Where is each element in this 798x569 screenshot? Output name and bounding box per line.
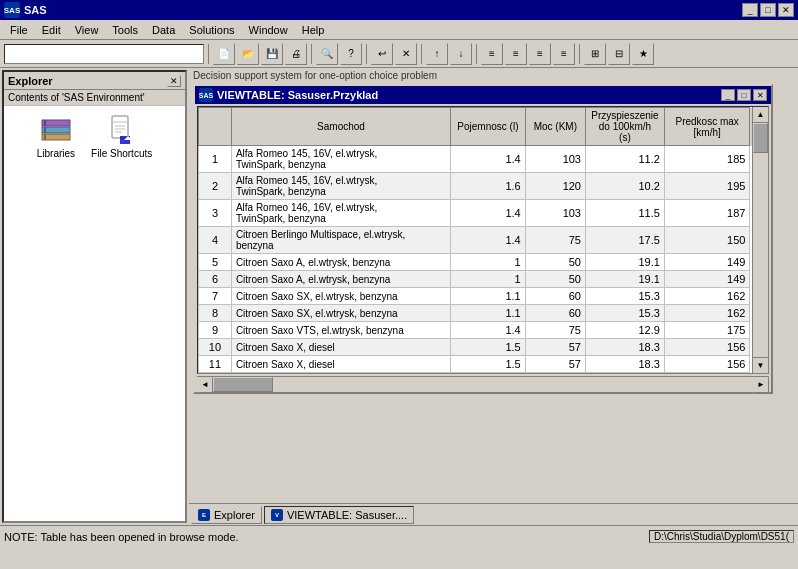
viewtable-minimize-btn[interactable]: _	[721, 89, 735, 101]
cell-pojemnosc: 1	[451, 254, 526, 271]
tb-btn-e[interactable]: ⊞	[584, 43, 606, 65]
cell-pojemnosc: 1.6	[451, 173, 526, 200]
cell-predkosc: 185	[664, 146, 750, 173]
explorer-content: Libraries	[4, 106, 185, 521]
svg-rect-5	[44, 120, 46, 126]
viewtable-window: SAS VIEWTABLE: Sasuser.Przyklad _ □ ✕	[193, 84, 773, 394]
scroll-right-btn[interactable]: ►	[753, 377, 769, 393]
explorer-item-shortcuts[interactable]: File Shortcuts	[91, 114, 152, 159]
cell-predkosc: 162	[664, 288, 750, 305]
tb-btn-b[interactable]: ≡	[505, 43, 527, 65]
toolbar-separator-5	[476, 44, 477, 64]
cell-rownum: 4	[199, 227, 232, 254]
shortcuts-label: File Shortcuts	[91, 148, 152, 159]
tb-btn-c[interactable]: ≡	[529, 43, 551, 65]
viewtable-close-btn[interactable]: ✕	[753, 89, 767, 101]
vertical-scrollbar[interactable]: ▲ ▼	[752, 107, 768, 373]
toolbar-separator-4	[421, 44, 422, 64]
menu-data[interactable]: Data	[146, 23, 181, 37]
shortcuts-icon	[106, 114, 138, 146]
tb-open-btn[interactable]: 📂	[237, 43, 259, 65]
cell-rownum: 1	[199, 146, 232, 173]
cell-moc: 57	[525, 339, 585, 356]
tb-btn-a[interactable]: ≡	[481, 43, 503, 65]
scroll-thumb[interactable]	[753, 123, 768, 153]
status-path: D:\Chris\Studia\Dyplom\DS51(	[649, 530, 794, 543]
status-bar: NOTE: Table has been opened in browse mo…	[0, 525, 798, 547]
maximize-button[interactable]: □	[760, 3, 776, 17]
tb-new-btn[interactable]: 📄	[213, 43, 235, 65]
explorer-item-libraries[interactable]: Libraries	[37, 114, 75, 159]
menu-view[interactable]: View	[69, 23, 105, 37]
table-row: 10Citroen Saxo X, diesel1.55718.3156	[199, 339, 768, 356]
minimize-button[interactable]: _	[742, 3, 758, 17]
tb-stop-btn[interactable]: ✕	[395, 43, 417, 65]
viewtable-maximize-btn[interactable]: □	[737, 89, 751, 101]
cell-pojemnosc: 1.4	[451, 146, 526, 173]
cell-samochod: Citroen Saxo SX, el.wtrysk, benzyna	[231, 288, 450, 305]
menu-file[interactable]: File	[4, 23, 34, 37]
taskbar-explorer[interactable]: E Explorer	[191, 506, 262, 524]
tb-btn-f[interactable]: ⊟	[608, 43, 630, 65]
cell-moc: 103	[525, 146, 585, 173]
cell-rownum: 10	[199, 339, 232, 356]
cell-rownum: 6	[199, 271, 232, 288]
tb-sort-desc-btn[interactable]: ↓	[450, 43, 472, 65]
cell-samochod: Citroen Berlingo Multispace, el.wtrysk,b…	[231, 227, 450, 254]
viewtable-container: Samochod Pojemnosc (l) Moc (KM) Przyspie…	[197, 106, 769, 374]
close-button[interactable]: ✕	[778, 3, 794, 17]
cell-moc: 60	[525, 305, 585, 322]
tb-find-btn[interactable]: 🔍	[316, 43, 338, 65]
viewtable-title-bar: SAS VIEWTABLE: Sasuser.Przyklad _ □ ✕	[195, 86, 771, 104]
cell-samochod: Alfa Romeo 145, 16V, el.wtrysk,TwinSpark…	[231, 146, 450, 173]
toolbar-separator-3	[366, 44, 367, 64]
cell-moc: 120	[525, 173, 585, 200]
h-scroll-thumb[interactable]	[213, 377, 273, 392]
scroll-up-btn[interactable]: ▲	[753, 107, 768, 123]
tb-btn-g[interactable]: ★	[632, 43, 654, 65]
cell-moc: 60	[525, 288, 585, 305]
scroll-track	[753, 123, 768, 357]
menu-edit[interactable]: Edit	[36, 23, 67, 37]
scroll-down-btn[interactable]: ▼	[753, 357, 768, 373]
scroll-left-btn[interactable]: ◄	[197, 377, 213, 393]
tb-help-btn[interactable]: ?	[340, 43, 362, 65]
horizontal-scrollbar[interactable]: ◄ ►	[197, 376, 769, 392]
title-bar: SAS SAS _ □ ✕	[0, 0, 798, 20]
table-row: 8Citroen Saxo SX, el.wtrysk, benzyna1.16…	[199, 305, 768, 322]
taskbar-viewtable[interactable]: V VIEWTABLE: Sasuser....	[264, 506, 414, 524]
table-header-row: Samochod Pojemnosc (l) Moc (KM) Przyspie…	[199, 108, 768, 146]
h-scroll-track	[213, 377, 753, 392]
menu-help[interactable]: Help	[296, 23, 331, 37]
cell-przyspieszenie: 18.3	[585, 356, 664, 373]
viewtable-controls: _ □ ✕	[721, 89, 767, 101]
taskbar-viewtable-label: VIEWTABLE: Sasuser....	[287, 509, 407, 521]
cell-moc: 103	[525, 200, 585, 227]
tb-print-btn[interactable]: 🖨	[285, 43, 307, 65]
cell-predkosc: 187	[664, 200, 750, 227]
toolbar-separator-1	[208, 44, 209, 64]
tb-sort-asc-btn[interactable]: ↑	[426, 43, 448, 65]
explorer-close-button[interactable]: ✕	[167, 75, 181, 87]
explorer-header: Explorer ✕	[4, 72, 185, 90]
cell-rownum: 3	[199, 200, 232, 227]
cell-moc: 50	[525, 254, 585, 271]
viewtable-title-text: VIEWTABLE: Sasuser.Przyklad	[217, 89, 378, 101]
svg-rect-1	[42, 127, 70, 133]
tb-btn-d[interactable]: ≡	[553, 43, 575, 65]
toolbar-input[interactable]	[4, 44, 204, 64]
tb-save-btn[interactable]: 💾	[261, 43, 283, 65]
menu-tools[interactable]: Tools	[106, 23, 144, 37]
menu-solutions[interactable]: Solutions	[183, 23, 240, 37]
th-pojemnosc: Pojemnosc (l)	[451, 108, 526, 146]
th-predkosc: Predkosc max[km/h]	[664, 108, 750, 146]
cell-predkosc: 156	[664, 356, 750, 373]
cell-pojemnosc: 1.5	[451, 356, 526, 373]
cell-samochod: Citroen Saxo SX, el.wtrysk, benzyna	[231, 305, 450, 322]
explorer-title: Explorer	[8, 75, 53, 87]
viewtable-sas-icon: SAS	[199, 88, 213, 102]
tb-undo-btn[interactable]: ↩	[371, 43, 393, 65]
menu-window[interactable]: Window	[243, 23, 294, 37]
content-area: Decision support system for one-option c…	[189, 68, 798, 525]
taskbar-viewtable-icon: V	[271, 509, 283, 521]
